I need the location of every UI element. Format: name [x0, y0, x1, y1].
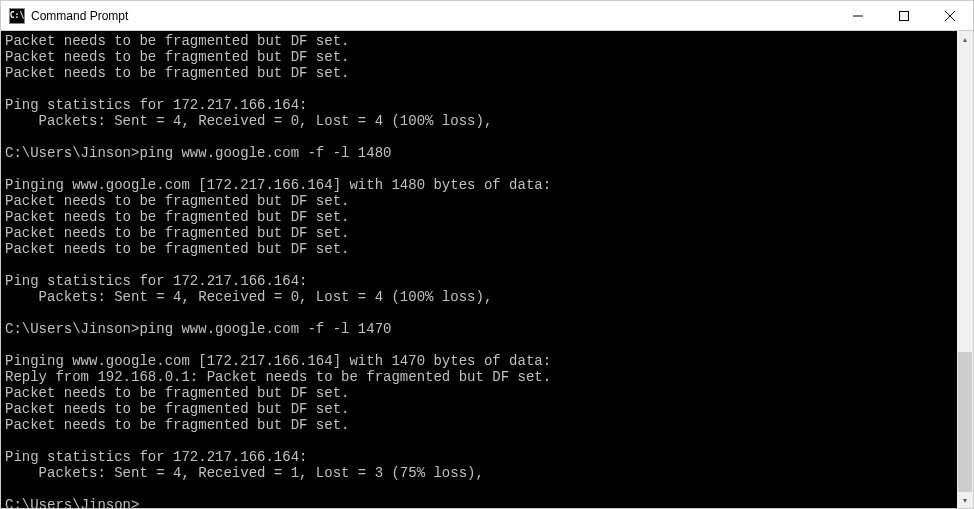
terminal-line: Ping statistics for 172.217.166.164: [5, 449, 953, 465]
terminal-line: Packet needs to be fragmented but DF set… [5, 401, 953, 417]
scrollbar-up-arrow-icon[interactable]: ▴ [957, 31, 973, 47]
terminal-line: Pinging www.google.com [172.217.166.164]… [5, 353, 953, 369]
terminal-line: Packet needs to be fragmented but DF set… [5, 225, 953, 241]
terminal-container: Packet needs to be fragmented but DF set… [1, 31, 973, 508]
minimize-button[interactable] [835, 1, 881, 30]
terminal-line: Packet needs to be fragmented but DF set… [5, 49, 953, 65]
window-controls [835, 1, 973, 30]
terminal-line [5, 337, 953, 353]
scrollbar-down-arrow-icon[interactable]: ▾ [957, 492, 973, 508]
terminal-line: Packets: Sent = 4, Received = 1, Lost = … [5, 465, 953, 481]
terminal-line: Packet needs to be fragmented but DF set… [5, 33, 953, 49]
terminal-line [5, 129, 953, 145]
terminal-line: Packet needs to be fragmented but DF set… [5, 193, 953, 209]
terminal-line: Packets: Sent = 4, Received = 0, Lost = … [5, 113, 953, 129]
titlebar[interactable]: C:\ Command Prompt [1, 1, 973, 31]
terminal-line: Packet needs to be fragmented but DF set… [5, 417, 953, 433]
terminal-line [5, 161, 953, 177]
terminal-line: Packet needs to be fragmented but DF set… [5, 241, 953, 257]
svg-rect-1 [900, 11, 909, 20]
app-icon: C:\ [9, 8, 25, 24]
terminal-line [5, 257, 953, 273]
terminal-line: Packet needs to be fragmented but DF set… [5, 209, 953, 225]
terminal-line: C:\Users\Jinson>ping www.google.com -f -… [5, 321, 953, 337]
terminal-line [5, 433, 953, 449]
vertical-scrollbar[interactable]: ▴ ▾ [957, 31, 973, 508]
window-title: Command Prompt [31, 9, 835, 23]
terminal-line: Reply from 192.168.0.1: Packet needs to … [5, 369, 953, 385]
terminal-line [5, 481, 953, 497]
terminal-line [5, 305, 953, 321]
terminal-line: C:\Users\Jinson> [5, 497, 953, 508]
maximize-button[interactable] [881, 1, 927, 30]
terminal-line: Packets: Sent = 4, Received = 0, Lost = … [5, 289, 953, 305]
terminal-line: C:\Users\Jinson>ping www.google.com -f -… [5, 145, 953, 161]
close-button[interactable] [927, 1, 973, 30]
terminal-line: Packet needs to be fragmented but DF set… [5, 385, 953, 401]
terminal-line: Ping statistics for 172.217.166.164: [5, 273, 953, 289]
terminal-output[interactable]: Packet needs to be fragmented but DF set… [1, 31, 957, 508]
scrollbar-thumb[interactable] [958, 352, 972, 492]
terminal-line: Packet needs to be fragmented but DF set… [5, 65, 953, 81]
terminal-line: Pinging www.google.com [172.217.166.164]… [5, 177, 953, 193]
terminal-line [5, 81, 953, 97]
terminal-line: Ping statistics for 172.217.166.164: [5, 97, 953, 113]
